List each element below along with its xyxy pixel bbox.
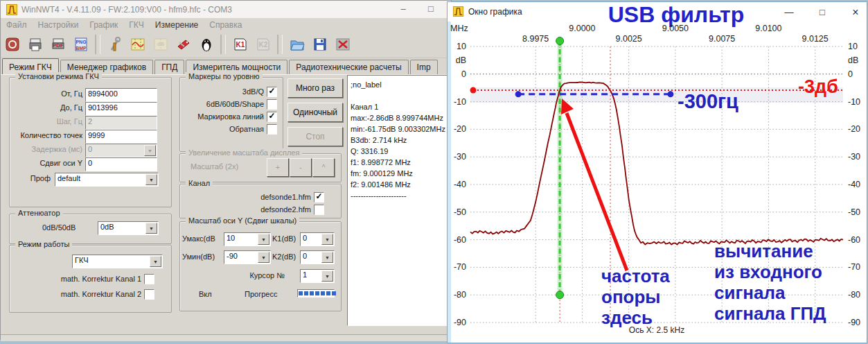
on-label: Вкл <box>199 290 212 298</box>
progress-segment <box>315 291 319 295</box>
open-folder-button[interactable] <box>286 34 308 55</box>
chevron-down-icon[interactable]: ▼ <box>150 256 161 267</box>
y-tick-label: -70 <box>454 262 466 272</box>
menu-item[interactable]: Файл <box>1 20 33 30</box>
y-tick-label: 0 <box>848 69 853 79</box>
x-tick-label: 9.0075 <box>709 34 735 44</box>
action-button-0[interactable]: Много раз <box>287 78 343 98</box>
graph-window: Окно графика — □ × USB фильтр MHz8.99759… <box>447 1 867 343</box>
printer-button[interactable] <box>24 34 46 55</box>
k1-select[interactable]: 0▼ <box>300 232 335 246</box>
y-tick-label: -60 <box>454 235 466 245</box>
power-icon <box>5 37 20 52</box>
info-line: f1: 8.998772 MHz <box>351 157 448 168</box>
checkbox[interactable] <box>314 205 324 215</box>
tab-item[interactable]: Радиотехнические расчеты <box>289 60 408 75</box>
progress-segment <box>310 291 314 295</box>
attenuator-select[interactable]: 0dB▼ <box>98 221 159 235</box>
combo-6[interactable]: default▼ <box>55 173 159 187</box>
k1-label: K1(dB) <box>272 234 296 243</box>
cursor-number-select[interactable]: 1▼ <box>300 269 335 283</box>
menu-item[interactable]: Справка <box>204 20 247 30</box>
info-line <box>351 90 448 101</box>
delete-button[interactable] <box>332 34 353 55</box>
checkbox[interactable] <box>267 99 277 110</box>
chevron-down-icon[interactable]: ▼ <box>321 270 333 282</box>
combo-4: 0▼ <box>85 144 157 157</box>
main-titlebar[interactable]: WinNWT4 - V.4.11.09 - FW:2.109:V00 - hfm… <box>1 1 451 18</box>
y-tick-label: -90 <box>454 318 466 327</box>
menu-item[interactable]: Настройки <box>33 20 85 30</box>
red-level-dot <box>470 87 477 94</box>
checkbox[interactable]: ✓ <box>267 112 277 122</box>
main-window-title: WinNWT4 - V.4.11.09 - FW:2.109:V00 - hfm… <box>21 5 232 15</box>
chevron-down-icon[interactable]: ▼ <box>145 174 157 185</box>
toolbar-separator <box>95 35 100 54</box>
tools-icon <box>107 37 123 52</box>
tab-item[interactable]: ГПД <box>154 60 184 75</box>
y-tick-label: -80 <box>454 290 466 300</box>
ymax-select[interactable]: 10▼ <box>224 232 271 246</box>
input-3[interactable]: 9999 <box>85 130 157 144</box>
annotation-minus3db: -3дб <box>798 76 838 98</box>
menu-item[interactable]: ГКЧ <box>123 20 150 30</box>
checkbox[interactable] <box>144 274 154 284</box>
minimize-icon[interactable]: – <box>393 2 414 16</box>
pdf-export-button[interactable]: PDF <box>47 34 69 55</box>
y-tick-label: 0 <box>461 69 466 79</box>
tools-button[interactable] <box>104 34 125 55</box>
svg-text:BMP: BMP <box>76 46 87 51</box>
tab-item[interactable]: Imp <box>410 60 438 75</box>
y-tick-label: -70 <box>848 262 860 272</box>
cursor-bottom-dot[interactable] <box>556 291 564 299</box>
penguin-button[interactable] <box>195 34 217 55</box>
maximize-icon[interactable]: □ <box>420 2 441 16</box>
swiss-knife-button[interactable] <box>172 34 194 55</box>
action-button-1[interactable]: Одиночный <box>287 103 343 122</box>
chevron-down-icon[interactable]: ▼ <box>258 234 269 245</box>
checkbox[interactable] <box>144 289 154 300</box>
y-tick-label: -20 <box>454 124 466 134</box>
checkbox-label: 3dB/Q <box>153 87 264 96</box>
sweep-graph-button[interactable] <box>127 34 148 55</box>
k1-calibration-button[interactable]: K1 <box>229 34 251 55</box>
x-tick-label: 8.9975 <box>522 34 549 44</box>
main-window: WinNWT4 - V.4.11.09 - FW:2.109:V00 - hfm… <box>0 0 452 340</box>
save-button[interactable] <box>309 34 330 55</box>
y-tick-label: -10 <box>454 97 466 107</box>
open-folder-icon <box>290 37 305 52</box>
k2-calibration-button: K2 <box>252 34 274 55</box>
measurement-info-panel[interactable]: ;no_labelКанал 1max:-2.86dB 8.999744MHzm… <box>347 75 451 326</box>
x-tick-label: 9.0025 <box>616 34 642 44</box>
cursor-top-dot[interactable] <box>556 37 564 45</box>
svg-text:K1: K1 <box>236 41 245 49</box>
input-1[interactable]: 9013996 <box>85 102 157 116</box>
checkbox[interactable]: ✓ <box>314 192 324 203</box>
cursor-number-label: Курсор № <box>236 271 285 280</box>
power-button[interactable] <box>1 34 23 55</box>
ymin-select[interactable]: -90▼ <box>224 250 271 264</box>
menu-item[interactable]: График <box>84 20 123 30</box>
input-0[interactable]: 8994000 <box>85 88 157 102</box>
annotation-minus300hz: -300гц <box>677 92 738 112</box>
attenuator-label: 0dB/50dB <box>42 223 76 232</box>
checkbox-label: math. Korrektur Kanal 2 <box>30 290 141 298</box>
y-tick-label: -50 <box>848 207 860 217</box>
chevron-down-icon[interactable]: ▼ <box>258 252 269 263</box>
chevron-down-icon[interactable]: ▼ <box>145 223 157 234</box>
zoom-button: - <box>290 158 312 177</box>
menu-item[interactable]: Измерение <box>150 20 204 30</box>
info-line: fm: 9.000129 MHz <box>351 168 448 179</box>
k2-select[interactable]: 0▼ <box>300 250 335 264</box>
checkbox[interactable]: ✓ <box>267 87 277 97</box>
chevron-down-icon[interactable]: ▼ <box>321 234 333 245</box>
checkbox[interactable] <box>267 124 277 135</box>
annotation-ref-freq: частота опоры здесь <box>601 266 670 328</box>
toolbar: PDFPNGBMPdBK1K2 <box>1 31 451 58</box>
info-line: B3db: 2.714 kHz <box>351 135 448 146</box>
mode-select[interactable]: ГКЧ▼ <box>72 255 163 268</box>
input-5[interactable]: 0 <box>85 157 157 171</box>
y-tick-label: -50 <box>454 207 466 217</box>
chevron-down-icon[interactable]: ▼ <box>321 252 333 263</box>
image-export-button[interactable]: PNGBMP <box>70 34 91 55</box>
